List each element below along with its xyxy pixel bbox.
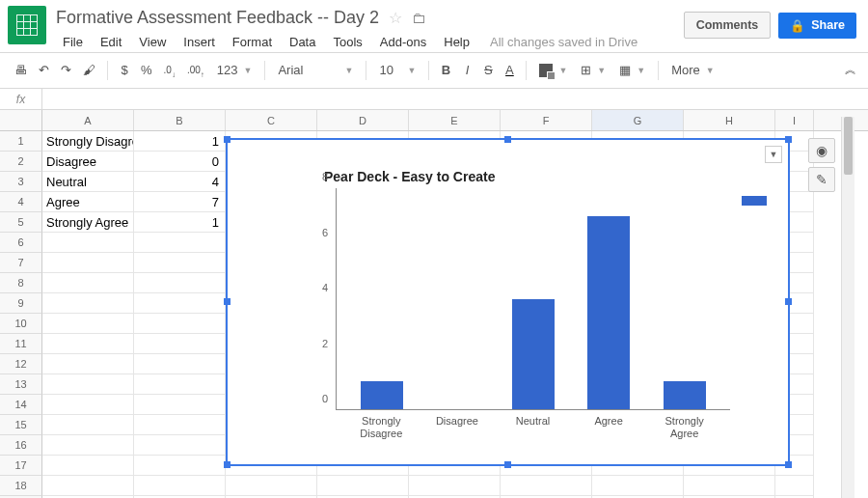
col-header[interactable]: C [226, 110, 317, 130]
percent-button[interactable]: % [136, 59, 157, 81]
cell[interactable] [134, 415, 226, 435]
document-title[interactable]: Formative Assessment Feedback -- Day 2 [56, 8, 379, 28]
col-header[interactable]: D [317, 110, 409, 130]
quick-view-icon[interactable]: ◉ [808, 138, 835, 163]
cell[interactable] [134, 253, 226, 273]
resize-handle[interactable] [504, 136, 511, 143]
decrease-decimal-button[interactable]: .0↓ [159, 58, 180, 83]
col-header[interactable]: I [775, 110, 814, 130]
row-header[interactable]: 13 [0, 374, 42, 395]
row-header[interactable]: 7 [0, 253, 42, 273]
cell[interactable]: Disagree [42, 152, 134, 172]
strike-button[interactable]: S [478, 59, 498, 81]
cell[interactable]: Strongly Disagre [42, 131, 134, 152]
borders-button[interactable]: ⊞▼ [575, 60, 611, 80]
cell[interactable] [42, 395, 134, 415]
cell[interactable] [134, 273, 226, 293]
row-header[interactable]: 12 [0, 354, 42, 374]
cell[interactable] [42, 293, 134, 314]
cell[interactable]: 0 [134, 152, 226, 172]
resize-handle[interactable] [224, 298, 231, 305]
embedded-chart[interactable]: ▼ Pear Deck - Easy to Create 02468 Stron… [226, 138, 790, 466]
cell[interactable] [134, 293, 226, 314]
resize-handle[interactable] [785, 461, 792, 468]
cell[interactable] [134, 233, 226, 253]
paint-format-icon[interactable]: 🖌 [78, 59, 100, 81]
cell[interactable] [42, 456, 134, 476]
italic-button[interactable]: I [457, 59, 476, 81]
star-icon[interactable]: ☆ [389, 9, 402, 27]
cell[interactable] [409, 476, 501, 496]
undo-icon[interactable]: ↶ [34, 59, 54, 81]
menu-view[interactable]: View [132, 32, 173, 52]
cell[interactable] [684, 476, 775, 496]
row-header[interactable]: 11 [0, 334, 42, 354]
redo-icon[interactable]: ↷ [56, 59, 76, 81]
cell[interactable] [317, 476, 409, 496]
menu-insert[interactable]: Insert [176, 32, 222, 52]
more-tools-button[interactable]: More▼ [665, 60, 720, 80]
row-header[interactable]: 18 [0, 476, 42, 496]
cell[interactable] [134, 476, 226, 496]
cell[interactable] [134, 314, 226, 334]
font-select[interactable]: Arial▼ [272, 60, 359, 80]
chart-menu-icon[interactable]: ▼ [765, 146, 782, 163]
resize-handle[interactable] [504, 461, 511, 468]
cell[interactable]: 4 [134, 172, 226, 192]
resize-handle[interactable] [785, 298, 792, 305]
cell[interactable]: Neutral [42, 172, 134, 192]
menu-format[interactable]: Format [226, 32, 279, 52]
cell[interactable] [775, 476, 814, 496]
share-button[interactable]: 🔒Share [778, 13, 856, 39]
row-header[interactable]: 1 [0, 131, 42, 152]
cell[interactable] [134, 456, 226, 476]
cell[interactable] [42, 273, 134, 293]
menu-data[interactable]: Data [283, 32, 322, 52]
print-icon[interactable]: 🖶 [10, 59, 32, 81]
col-header[interactable]: E [409, 110, 501, 130]
folder-icon[interactable]: 🗀 [412, 10, 426, 26]
row-header[interactable]: 2 [0, 152, 42, 172]
resize-handle[interactable] [785, 136, 792, 143]
col-header[interactable]: F [501, 110, 592, 130]
font-size-select[interactable]: 10▼ [373, 60, 421, 80]
cell[interactable] [42, 334, 134, 354]
cell[interactable] [42, 435, 134, 456]
cell[interactable] [592, 476, 684, 496]
vertical-scrollbar[interactable] [841, 117, 854, 498]
col-header[interactable]: H [684, 110, 775, 130]
col-header[interactable]: B [134, 110, 226, 130]
cell[interactable]: 7 [134, 192, 226, 212]
cell[interactable] [501, 476, 592, 496]
resize-handle[interactable] [224, 136, 231, 143]
cell[interactable]: Strongly Agree [42, 212, 134, 233]
fill-color-button[interactable]: ▼ [533, 61, 573, 80]
edit-chart-icon[interactable]: ✎ [808, 167, 835, 192]
collapse-toolbar-icon[interactable]: ︽ [839, 58, 858, 82]
cell[interactable]: Agree [42, 192, 134, 212]
text-color-button[interactable]: A [500, 59, 519, 81]
cell[interactable] [134, 395, 226, 415]
cell[interactable] [134, 435, 226, 456]
menu-edit[interactable]: Edit [94, 32, 128, 52]
row-header[interactable]: 9 [0, 293, 42, 314]
cell[interactable] [42, 314, 134, 334]
cell[interactable] [134, 354, 226, 374]
row-header[interactable]: 14 [0, 395, 42, 415]
cell[interactable] [42, 253, 134, 273]
row-header[interactable]: 4 [0, 192, 42, 212]
row-header[interactable]: 6 [0, 233, 42, 253]
cell[interactable]: 1 [134, 131, 226, 152]
cell[interactable] [134, 334, 226, 354]
cell[interactable] [134, 374, 226, 395]
bold-button[interactable]: B [436, 59, 455, 81]
cell[interactable] [42, 354, 134, 374]
menu-help[interactable]: Help [437, 32, 476, 52]
select-all-corner[interactable] [0, 110, 42, 130]
row-header[interactable]: 10 [0, 314, 42, 334]
menu-tools[interactable]: Tools [326, 32, 368, 52]
col-header[interactable]: A [42, 110, 134, 130]
menu-addons[interactable]: Add-ons [373, 32, 433, 52]
row-header[interactable]: 17 [0, 456, 42, 476]
number-format-select[interactable]: 123▼ [211, 60, 258, 80]
